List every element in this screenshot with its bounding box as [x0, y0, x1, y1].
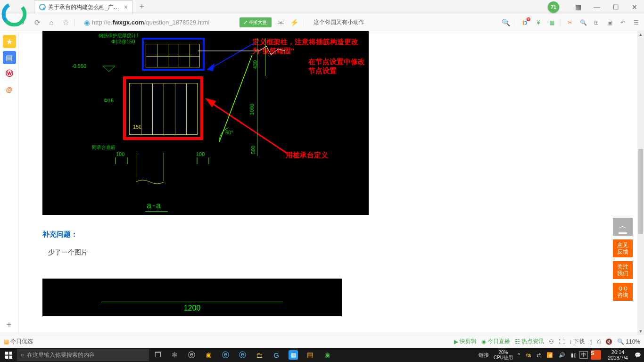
qq-button[interactable]: ＱＱ 咨询: [613, 283, 633, 301]
windows-taskbar: ○ 在这里输入你要搜索的内容 ❐ ❃ ⓔ ◉ ⓔ ⓔ 🗀 G ▦ ▤ ◉ 链接 …: [0, 348, 644, 362]
separator: [304, 18, 304, 27]
big-images-button[interactable]: ⤢ 4张大图: [239, 17, 271, 27]
tab-favicon: [39, 4, 46, 10]
left-sidebar: ★ ▤ ⓦ @ +: [0, 31, 19, 335]
tray-cpu[interactable]: 20%CPU使用: [492, 348, 515, 362]
score-badge[interactable]: 71: [548, 1, 559, 13]
scroll-thumb[interactable]: [638, 149, 643, 234]
at-icon[interactable]: @: [3, 83, 16, 96]
svg-marker-5: [206, 63, 215, 71]
add-shortcut-button[interactable]: +: [3, 319, 15, 331]
reload-button[interactable]: ⟳: [32, 17, 42, 28]
menu-icon[interactable]: ☰: [632, 18, 640, 27]
maximize-button[interactable]: ☐: [606, 0, 625, 14]
app-notes[interactable]: ▤: [302, 348, 319, 362]
kuaijian-link[interactable]: ▶ 快剪辑: [454, 337, 477, 346]
app-g[interactable]: G: [268, 348, 285, 362]
follow-button[interactable]: 关注 我们: [613, 261, 633, 279]
section-underline: [145, 211, 168, 212]
mobile-icon[interactable]: ▯: [589, 338, 593, 345]
tab-close-icon[interactable]: ×: [124, 3, 128, 11]
today-pick[interactable]: ▦今日优选: [4, 337, 33, 346]
svg-marker-8: [103, 66, 115, 72]
ext-wallet-icon[interactable]: ¥: [534, 18, 543, 27]
qa-title: 补充问题：: [42, 230, 637, 239]
dim-150: 150: [133, 124, 141, 130]
vertical-scrollbar[interactable]: ▲ ▼: [637, 31, 644, 335]
tray-safe-icon[interactable]: 🛍: [523, 348, 534, 362]
dim-d16: Φ16: [104, 98, 114, 103]
weibo-icon[interactable]: ⓦ: [3, 67, 16, 80]
hotnews-link[interactable]: ☷ 热点资讯: [515, 337, 544, 346]
scroll-up-icon[interactable]: ▲: [637, 31, 644, 38]
ext-scissors-icon[interactable]: ✂: [566, 18, 574, 27]
browser-tab[interactable]: 关于承台的构建怎么画_广联达服 ×: [34, 0, 133, 14]
tray-ime-cn[interactable]: 中: [579, 351, 588, 359]
promo-text[interactable]: 这个邻国又有小动作: [314, 18, 364, 26]
download-link[interactable]: ↓ 下载: [569, 337, 585, 346]
search-icon[interactable]: 🔍: [501, 17, 511, 28]
ext-apps-icon[interactable]: ⊞: [592, 18, 601, 27]
apps-button[interactable]: ▦: [569, 0, 587, 14]
ext-reader-icon[interactable]: ▣: [605, 18, 614, 27]
tray-net-icon[interactable]: ⇄: [534, 348, 544, 362]
app-taskview[interactable]: ❐: [149, 348, 166, 362]
tray-wifi-icon[interactable]: 📶: [544, 348, 556, 362]
start-button[interactable]: [0, 348, 17, 362]
scroll-down-icon[interactable]: ▼: [637, 328, 644, 335]
scroll-area[interactable]: 定义框架柱，注意将插筋构造更改为"纵筋锚固" 在节点设置中修改节点设置 用桩承台…: [19, 31, 637, 335]
url-text: http://e.fwxgx.com/question_1878529.html: [92, 19, 209, 26]
live-link[interactable]: ◉ 今日直播: [481, 337, 510, 346]
dim-line-v2: [265, 38, 265, 76]
dim-spacing: Φ12@150: [111, 39, 135, 44]
game-icon[interactable]: ⚇: [549, 338, 554, 345]
zoom-level[interactable]: 🔍 110%: [617, 338, 640, 345]
browser-logo[interactable]: [1, 1, 27, 27]
feedback-button[interactable]: 意见 反馈: [613, 239, 633, 257]
mute-icon[interactable]: 🔇: [605, 338, 612, 345]
ext-ad-icon[interactable]: ▦: [547, 18, 556, 27]
app-folder[interactable]: 🗀: [251, 348, 268, 362]
cortana-icon: ○: [21, 352, 24, 358]
app-360browser[interactable]: ◉: [319, 348, 336, 362]
tray-clock[interactable]: 20:142018/7/4: [604, 348, 632, 362]
ext-pp-icon[interactable]: iɔ2: [521, 18, 529, 27]
flash-icon[interactable]: ⚡: [289, 17, 300, 28]
news-icon[interactable]: ▤: [3, 51, 16, 64]
scroll-top-button[interactable]: ︿: [613, 218, 633, 236]
minimize-button[interactable]: —: [587, 0, 606, 14]
search-placeholder: 在这里输入你要搜索的内容: [27, 351, 95, 359]
app-360[interactable]: ◉: [200, 348, 217, 362]
share-icon[interactable]: ⫘: [275, 17, 286, 28]
tray-volume-icon[interactable]: 🔊: [556, 348, 568, 362]
tray-ime-sogou[interactable]: S: [588, 348, 604, 362]
app-edge2[interactable]: ⓔ: [217, 348, 234, 362]
cad-image-secondary: 1200: [42, 279, 342, 316]
favorites-icon[interactable]: ★: [3, 35, 16, 48]
dim-ticks: [113, 156, 212, 165]
app-ie[interactable]: ⓔ: [234, 348, 251, 362]
tray-battery-icon[interactable]: ▮▯: [568, 348, 579, 362]
pile-break: [135, 177, 165, 187]
tray-link[interactable]: 链接: [476, 348, 492, 362]
tray-action-center[interactable]: 💬: [632, 348, 644, 362]
ext-search2-icon[interactable]: 🔍: [579, 18, 587, 27]
app-wps[interactable]: ▦: [289, 350, 298, 360]
cad-image-main: 定义框架柱，注意将插筋构造更改为"纵筋锚固" 在节点设置中修改节点设置 用桩承台…: [42, 31, 369, 215]
new-tab-button[interactable]: +: [136, 1, 148, 13]
dim-elev: -0.550: [72, 63, 86, 69]
home-button[interactable]: ⌂: [46, 17, 57, 28]
undo-icon[interactable]: ↶: [619, 18, 627, 27]
taskbar-search[interactable]: ○ 在这里输入你要搜索的内容: [17, 349, 149, 361]
tray-up-icon[interactable]: ^: [515, 348, 523, 362]
close-button[interactable]: ✕: [625, 0, 644, 14]
video-icon[interactable]: ⛶: [559, 338, 564, 345]
app-fan[interactable]: ❃: [166, 348, 183, 362]
favorite-button[interactable]: ☆: [60, 17, 71, 28]
ip-icon[interactable]: ⎙: [597, 338, 601, 345]
address-bar[interactable]: ◉ http://e.fwxgx.com/question_1878529.ht…: [82, 17, 209, 28]
svg-line-6: [219, 55, 252, 142]
section-label: a-a: [147, 201, 162, 211]
tab-title: 关于承台的构建怎么画_广联达服: [48, 3, 120, 11]
app-edge[interactable]: ⓔ: [183, 348, 200, 362]
